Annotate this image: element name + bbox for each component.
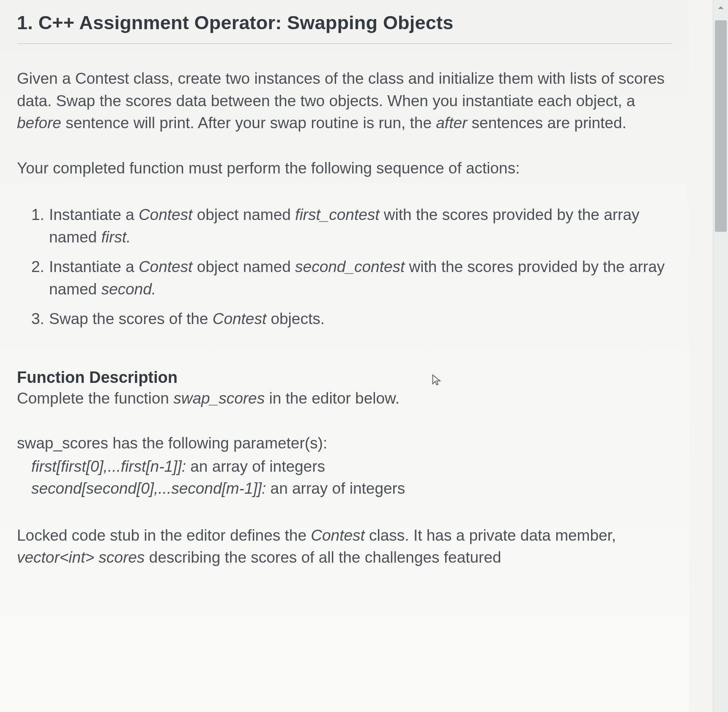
page-title: 1. C++ Assignment Operator: Swapping Obj… [17,12,672,44]
text: Given a Contest class, create two instan… [17,70,665,110]
step-number: 3. [31,308,44,330]
text: describing the scores of all the challen… [145,549,501,566]
param-second: second[second[0],...second[m-1]]: an arr… [17,478,672,500]
function-name: swap_scores [173,390,265,407]
text: Instantiate a [49,206,139,223]
text: in the editor below. [265,390,400,407]
var-name: second_contest [295,258,405,275]
class-name: Contest [139,258,193,275]
parameters-list: first[first[0],...first[n-1]]: an array … [17,456,672,500]
text: Swap the scores of the [49,310,213,327]
step-number: 2. [31,256,44,278]
parameters-intro: swap_scores has the following parameter(… [17,432,672,455]
function-description-body: Complete the function swap_scores in the… [17,388,672,410]
text: Locked code stub in the editor defines t… [17,527,311,544]
scroll-up-button[interactable] [713,0,728,15]
param-signature: first[first[0],...first[n-1]]: [31,458,186,475]
step-1: 1. Instantiate a Contest object named fi… [31,204,672,248]
param-desc: an array of integers [266,480,405,497]
text: objects. [266,310,325,327]
sequence-intro: Your completed function must perform the… [17,157,672,180]
text: class. It has a private data member, [365,527,616,544]
text: object named [192,206,295,223]
scrollbar-thumb[interactable] [715,20,727,232]
step-number: 1. [31,204,44,226]
text: Complete the function [17,390,173,407]
text: Instantiate a [49,258,139,275]
action-steps-list: 1. Instantiate a Contest object named fi… [31,204,672,330]
var-name: second. [101,280,156,298]
type-name: vector<int> scores [17,549,145,566]
text: sentences are printed. [467,114,626,132]
param-desc: an array of integers [186,458,325,475]
intro-paragraph: Given a Contest class, create two instan… [17,68,672,135]
emphasis-after: after [436,114,467,132]
text: object named [192,258,295,275]
step-3: 3. Swap the scores of the Contest object… [31,308,672,330]
text: sentence will print. After your swap rou… [61,114,436,132]
class-name: Contest [139,206,193,223]
step-2: 2. Instantiate a Contest object named se… [31,256,672,300]
class-name: Contest [311,527,365,544]
emphasis-before: before [17,114,61,132]
class-name: Contest [213,310,267,327]
function-description-heading: Function Description [17,368,672,387]
param-first: first[first[0],...first[n-1]]: an array … [17,456,672,478]
param-signature: second[second[0],...second[m-1]]: [31,480,266,497]
var-name: first_contest [295,206,379,223]
locked-code-paragraph: Locked code stub in the editor defines t… [17,525,672,569]
chevron-up-icon [717,3,725,12]
var-name: first. [101,228,131,246]
problem-statement: 1. C++ Assignment Operator: Swapping Obj… [0,0,689,712]
vertical-scrollbar[interactable] [713,0,728,712]
